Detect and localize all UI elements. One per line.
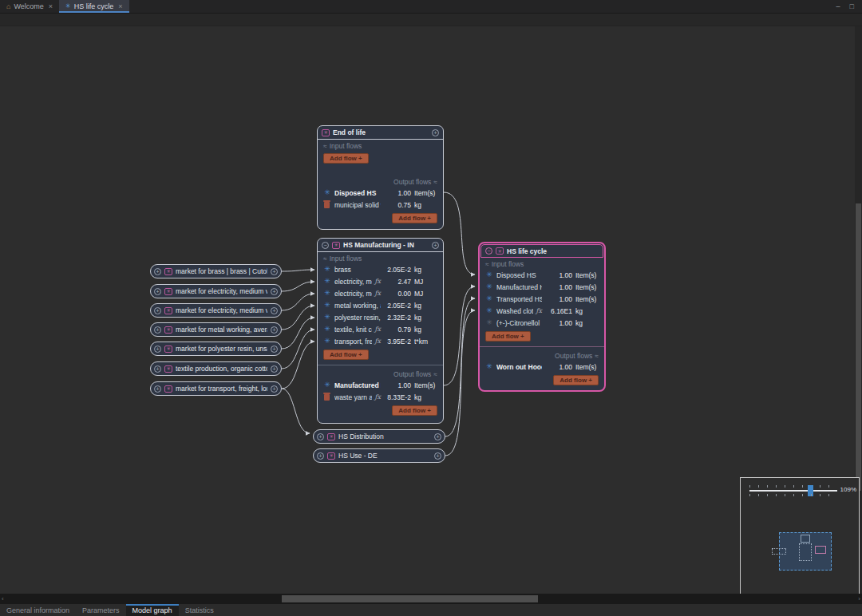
flow-row[interactable]: municipal solid waste 0.75 kg — [318, 199, 443, 211]
model-graph-icon: ✳ — [65, 3, 71, 10]
expand-icon[interactable]: + — [154, 288, 161, 295]
flow-unit: Item(s) — [575, 295, 599, 303]
scroll-left-icon[interactable]: ‹ — [2, 595, 4, 602]
node-provider-electricity-2[interactable]: + ✳ market for electricity, medium v... … — [150, 303, 282, 318]
add-flow-button[interactable]: Add flow + — [553, 375, 599, 385]
expand-icon[interactable]: + — [271, 307, 278, 314]
add-flow-button[interactable]: Add flow + — [392, 405, 437, 416]
node-hs-use[interactable]: + ✳ HS Use - DE + — [313, 448, 445, 463]
add-flow-button[interactable]: Add flow + — [323, 349, 369, 360]
horizontal-scrollbar-thumb[interactable] — [282, 595, 538, 602]
flow-row[interactable]: ✳ metal working, aver... 2.05E-2 kg — [318, 299, 443, 311]
expand-icon[interactable]: + — [154, 385, 161, 393]
zoom-slider-track[interactable] — [749, 490, 837, 492]
section-divider — [318, 365, 443, 365]
tab-general-information[interactable]: General information — [0, 604, 76, 616]
node-provider-transport[interactable]: + ✳ market for transport, freight, lorr.… — [150, 381, 282, 396]
close-icon[interactable]: × — [49, 2, 53, 10]
horizontal-scrollbar[interactable]: ‹ › — [0, 594, 862, 604]
expand-icon[interactable]: + — [154, 346, 161, 353]
node-provider-textile-production[interactable]: + ✳ textile production, organic cotto...… — [150, 361, 282, 376]
product-flow-icon: ✳ — [323, 278, 331, 285]
window-controls: – □ — [836, 0, 862, 13]
minimap-viewport[interactable] — [779, 532, 832, 571]
flow-row[interactable]: ✳ Worn out Hooded Swea... 1.00 Item(s) — [480, 361, 604, 373]
tab-welcome[interactable]: ⌂ Welcome × — [0, 0, 59, 13]
product-flow-icon: ✳ — [323, 381, 331, 389]
input-flows-label: ≈ Input flows — [480, 258, 604, 269]
flow-row[interactable]: ✳ Manufactured HS 1.00 Item(s) — [318, 379, 443, 391]
expand-icon[interactable]: + — [271, 385, 278, 393]
process-icon: ✳ — [496, 247, 504, 255]
node-provider-brass[interactable]: + ✳ market for brass | brass | Cutoff, .… — [150, 264, 282, 278]
node-header[interactable]: ✳ End of life + — [318, 126, 443, 140]
product-flow-icon: ✳ — [323, 302, 331, 309]
output-flows-label: Output flows ≈ — [480, 349, 604, 361]
node-title: textile production, organic cotto... — [176, 365, 267, 373]
flow-row[interactable]: ✳ Disposed HS 1.00 Item(s) — [480, 269, 604, 281]
tab-model-graph[interactable]: Model graph — [126, 604, 179, 616]
node-provider-metal-working[interactable]: + ✳ market for metal working, avera... + — [150, 322, 282, 337]
flow-amount: 1.00 — [545, 283, 572, 291]
expand-icon[interactable]: + — [434, 452, 441, 460]
tab-parameters[interactable]: Parameters — [76, 604, 126, 616]
flow-row[interactable]: ✳ textile, knit cotton ƒx 0.79 kg — [318, 323, 443, 335]
flow-row[interactable]: ✳ transport, freight, lo... ƒx 3.95E-2 t… — [318, 335, 443, 347]
close-icon[interactable]: × — [118, 2, 122, 10]
flow-name: (+-)-Citronellol — [496, 319, 542, 327]
expand-icon[interactable]: + — [154, 326, 161, 334]
expand-icon[interactable]: + — [271, 268, 278, 275]
expand-icon[interactable]: + — [432, 242, 439, 249]
add-flow-button[interactable]: Add flow + — [485, 331, 531, 342]
node-header[interactable]: − ✳ HS Manufacturing - IN + — [318, 239, 443, 252]
process-icon: ✳ — [322, 129, 330, 136]
zoom-ticks-top — [749, 485, 837, 488]
flow-row[interactable]: ✳ (+-)-Citronellol 1.00 kg — [480, 317, 604, 329]
tab-statistics[interactable]: Statistics — [179, 604, 220, 616]
flow-amount: 0.79 — [384, 326, 411, 334]
node-provider-polyester-resin[interactable]: + ✳ market for polyester resin, unsat...… — [150, 342, 282, 356]
node-title: market for brass | brass | Cutoff, ... — [176, 267, 267, 275]
node-header[interactable]: − ✳ HS life cycle — [480, 244, 603, 258]
node-hs-life-cycle[interactable]: − ✳ HS life cycle ≈ Input flows ✳ Dispos… — [478, 242, 606, 392]
collapse-icon[interactable]: − — [322, 242, 329, 249]
expand-icon[interactable]: + — [154, 365, 161, 373]
flow-row[interactable]: ✳ brass 2.05E-2 kg — [318, 263, 443, 275]
flow-name: Manufactured HS — [334, 381, 381, 389]
expand-icon[interactable]: + — [271, 326, 278, 334]
expand-icon[interactable]: + — [154, 268, 161, 275]
flow-row[interactable]: ✳ Manufactured HS 1.00 Item(s) — [480, 281, 604, 293]
flow-unit: kg — [414, 201, 437, 209]
flow-row[interactable]: ✳ Washed clothes ƒx 6.16E1 kg — [480, 305, 604, 317]
expand-icon[interactable]: + — [434, 433, 441, 440]
node-provider-electricity-1[interactable]: + ✳ market for electricity, medium v... … — [150, 284, 282, 298]
expand-icon[interactable]: + — [271, 346, 278, 353]
flow-row[interactable]: waste yarn and wa... ƒx 8.33E-2 kg — [318, 391, 443, 403]
flow-row[interactable]: ✳ electricity, medium ... ƒx 2.47 MJ — [318, 275, 443, 287]
expand-icon[interactable]: + — [317, 452, 324, 460]
flow-row[interactable]: ✳ Disposed HS 1.00 Item(s) — [318, 187, 443, 199]
add-flow-button[interactable]: Add flow + — [323, 153, 369, 164]
flow-row[interactable]: ✳ polyester resin, unsa... 2.32E-2 kg — [318, 311, 443, 323]
node-end-of-life[interactable]: ✳ End of life + ≈ Input flows Add flow +… — [317, 125, 444, 230]
node-hs-manufacturing[interactable]: − ✳ HS Manufacturing - IN + ≈ Input flow… — [317, 238, 444, 424]
node-title: market for polyester resin, unsat... — [176, 345, 267, 353]
flow-amount: 2.47 — [384, 278, 411, 286]
scroll-right-icon[interactable]: › — [858, 595, 860, 602]
add-flow-button[interactable]: Add flow + — [392, 213, 437, 223]
minimap-node — [772, 548, 786, 555]
collapse-icon[interactable]: − — [485, 247, 492, 255]
restore-icon[interactable]: □ — [850, 2, 854, 10]
minimize-icon[interactable]: – — [836, 2, 840, 10]
expand-icon[interactable]: + — [154, 307, 161, 314]
expand-icon[interactable]: + — [271, 365, 278, 373]
tab-hs-life-cycle[interactable]: ✳ HS life cycle × — [59, 0, 129, 13]
expand-icon[interactable]: + — [432, 129, 439, 136]
vertical-scrollbar-thumb[interactable] — [856, 203, 861, 491]
flow-unit: Item(s) — [575, 283, 599, 291]
flow-row[interactable]: ✳ Transported HS 1.00 Item(s) — [480, 293, 604, 305]
flow-row[interactable]: ✳ electricity, medium ... ƒx 0.00 MJ — [318, 287, 443, 299]
expand-icon[interactable]: + — [271, 288, 278, 295]
node-hs-distribution[interactable]: + ✳ HS Distribution + — [313, 429, 445, 444]
expand-icon[interactable]: + — [317, 433, 324, 440]
